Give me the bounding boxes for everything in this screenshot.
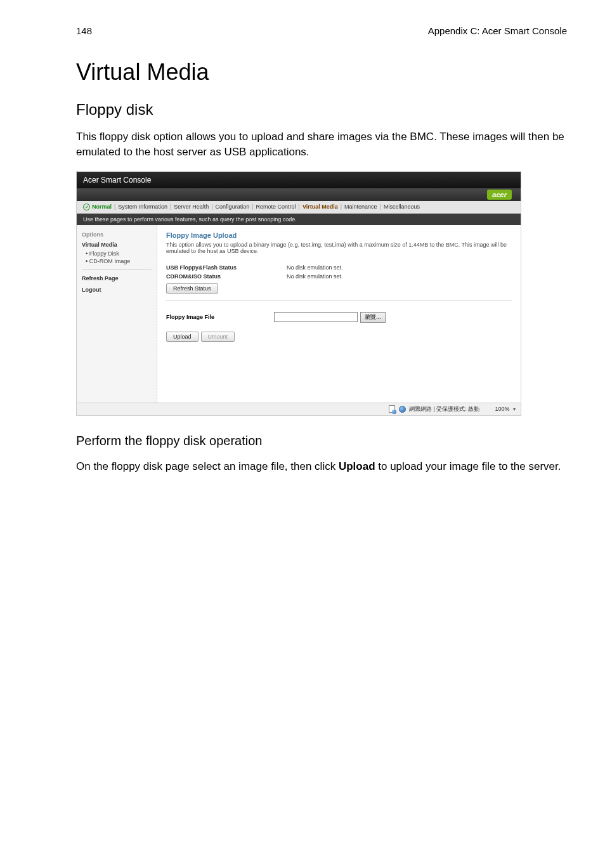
nav-remote-control[interactable]: Remote Control (256, 204, 296, 210)
heading-virtual-media: Virtual Media (76, 59, 567, 86)
nav-server-health[interactable]: Server Health (174, 204, 209, 210)
panel-divider (166, 300, 512, 301)
nav-maintenance[interactable]: Maintenance (344, 204, 377, 210)
status-indicator: ✓ Normal (83, 204, 112, 211)
zoom-value: 100% (495, 406, 509, 412)
outro-bold-upload: Upload (339, 460, 375, 472)
heading-floppy-disk: Floppy disk (76, 101, 567, 119)
nav-configuration[interactable]: Configuration (216, 204, 250, 210)
heading-perform-operation: Perform the floppy disk operation (76, 434, 567, 448)
nav-system-information[interactable]: System Information (118, 204, 167, 210)
nav-separator: | (252, 204, 253, 210)
outro-paragraph: On the floppy disk page select an image … (76, 459, 567, 474)
main-panel: Floppy Image Upload This option allows y… (157, 225, 521, 403)
sidebar-refresh-page[interactable]: Refresh Page (82, 275, 152, 282)
sidebar-title: Options (82, 231, 152, 238)
usb-status-value: No disk emulation set. (287, 264, 343, 271)
nav-miscellaneous[interactable]: Miscellaneous (384, 204, 420, 210)
globe-icon (399, 406, 406, 413)
browser-status-bar: 網際網路 | 受保護模式: 啟動 100% ▾ (77, 403, 521, 415)
outro-text-pre: On the floppy disk page select an image … (76, 460, 339, 472)
sidebar: Options Virtual Media Floppy Disk CD-ROM… (77, 225, 157, 403)
sub-nav-description: Use these pages to perform various featu… (77, 214, 521, 225)
umount-button[interactable]: Umount (201, 332, 235, 342)
sidebar-item-cdrom-image[interactable]: CD-ROM Image (86, 258, 152, 264)
cdrom-status-label: CDROM&ISO Status (166, 273, 249, 280)
nav-separator: | (299, 204, 300, 210)
sidebar-divider (82, 269, 152, 270)
nav-separator: | (341, 204, 342, 210)
nav-separator: | (114, 204, 115, 210)
sidebar-section-virtual-media[interactable]: Virtual Media (82, 242, 152, 248)
page-number: 148 (76, 25, 92, 36)
floppy-file-label: Floppy Image File (166, 314, 249, 320)
usb-status-label: USB Floppy&Flash Status (166, 264, 249, 271)
upload-button[interactable]: Upload (166, 332, 198, 342)
status-label: Normal (92, 204, 112, 210)
browse-button[interactable]: 瀏覽... (360, 312, 386, 323)
check-icon: ✓ (83, 204, 90, 211)
main-nav: ✓ Normal | System Information | Server H… (77, 201, 521, 214)
outro-text-post: to upload your image file to the server. (375, 460, 561, 472)
internet-zone-indicator: 網際網路 | 受保護模式: 啟動 (389, 405, 479, 413)
page-icon (389, 405, 395, 413)
cdrom-status-value: No disk emulation set. (287, 273, 343, 280)
nav-separator: | (170, 204, 171, 210)
nav-separator: | (211, 204, 212, 210)
nav-virtual-media[interactable]: Virtual Media (302, 204, 338, 210)
intro-paragraph: This floppy disk option allows you to up… (76, 129, 567, 160)
nav-separator: | (380, 204, 381, 210)
zoom-indicator[interactable]: 100% ▾ (495, 406, 516, 412)
window-title: Acer Smart Console (77, 172, 521, 188)
appendix-title: Appendix C: Acer Smart Console (428, 25, 567, 36)
panel-description: This option allows you to upload a binar… (166, 242, 512, 254)
sidebar-logout[interactable]: Logout (82, 287, 152, 293)
brand-bar: acer (77, 188, 521, 201)
refresh-status-button[interactable]: Refresh Status (166, 283, 218, 294)
chevron-down-icon: ▾ (513, 406, 516, 412)
internet-zone-text: 網際網路 | 受保護模式: 啟動 (409, 406, 479, 412)
sidebar-item-floppy-disk[interactable]: Floppy Disk (86, 250, 152, 257)
console-screenshot: Acer Smart Console acer ✓ Normal | Syste… (76, 171, 521, 416)
floppy-file-input[interactable] (274, 312, 358, 322)
panel-title: Floppy Image Upload (166, 231, 512, 239)
acer-logo: acer (487, 190, 512, 200)
